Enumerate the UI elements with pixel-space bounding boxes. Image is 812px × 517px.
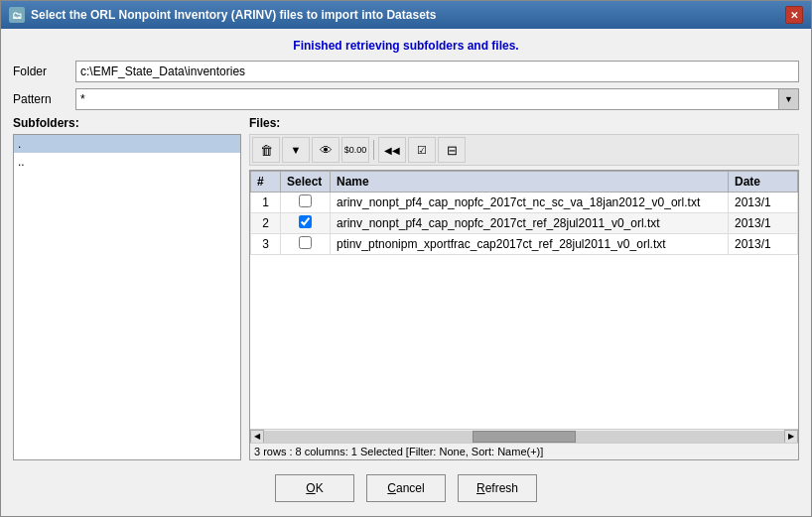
scroll-left-button[interactable]: ◀: [250, 430, 264, 444]
pattern-row: Pattern ▼: [13, 88, 799, 110]
value-button[interactable]: $0.00: [341, 137, 369, 163]
subfolders-label: Subfolders:: [13, 116, 241, 130]
folder-label: Folder: [13, 65, 68, 78]
folder-row: Folder: [13, 61, 799, 82]
refresh-label: Refresh: [476, 481, 518, 495]
files-status: 3 rows : 8 columns: 1 Selected [Filter: …: [250, 443, 798, 459]
cell-num: 2: [251, 213, 281, 234]
col-header-select[interactable]: Select: [281, 172, 331, 193]
window-title: Select the ORL Nonpoint Inventory (ARINV…: [31, 8, 436, 22]
select-checkbox[interactable]: [299, 194, 312, 207]
col-header-date[interactable]: Date: [729, 172, 798, 193]
cancel-label: Cancel: [387, 481, 424, 495]
table-row[interactable]: 1 arinv_nonpt_pf4_cap_nopfc_2017ct_nc_sc…: [251, 193, 798, 213]
main-area: Subfolders: . .. Files: 🗑 ▼ 👁 $0.00 ◀◀ ☑: [13, 116, 799, 460]
window-icon: 🗂: [9, 7, 25, 23]
toolbar-separator: [373, 140, 374, 160]
pattern-select[interactable]: ▼: [75, 88, 799, 110]
files-toolbar: 🗑 ▼ 👁 $0.00 ◀◀ ☑ ⊟: [249, 134, 799, 166]
table-row[interactable]: 3 ptinv_ptnonipm_xportfrac_cap2017ct_ref…: [251, 234, 798, 255]
titlebar: 🗂 Select the ORL Nonpoint Inventory (ARI…: [1, 1, 811, 29]
scroll-thumb[interactable]: [473, 431, 577, 443]
ok-label: OK: [306, 481, 323, 495]
view-button[interactable]: 👁: [312, 137, 339, 163]
select-checkbox[interactable]: [299, 215, 312, 228]
delete-button[interactable]: 🗑: [252, 137, 280, 163]
split-button[interactable]: ⊟: [438, 137, 466, 163]
content-area: Finished retrieving subfolders and files…: [1, 29, 811, 516]
cell-select[interactable]: [281, 213, 331, 234]
folder-input[interactable]: [75, 61, 799, 82]
cell-select[interactable]: [281, 234, 331, 255]
col-header-name[interactable]: Name: [331, 172, 729, 193]
cell-name: arinv_nonpt_pf4_cap_nopfc_2017ct_nc_sc_v…: [331, 193, 729, 213]
pattern-dropdown-arrow[interactable]: ▼: [778, 89, 798, 109]
list-item[interactable]: .: [14, 135, 240, 153]
cancel-button[interactable]: Cancel: [366, 474, 446, 502]
cell-num: 1: [251, 193, 281, 213]
table-row[interactable]: 2 arinv_nonpt_pf4_cap_nopfc_2017ct_ref_2…: [251, 213, 798, 234]
status-message: Finished retrieving subfolders and files…: [13, 37, 799, 55]
horizontal-scrollbar[interactable]: ◀ ▶: [250, 429, 798, 443]
files-panel: Files: 🗑 ▼ 👁 $0.00 ◀◀ ☑ ⊟: [249, 116, 799, 460]
filter-button[interactable]: ▼: [282, 137, 310, 163]
cell-name: arinv_nonpt_pf4_cap_nopfc_2017ct_ref_28j…: [331, 213, 729, 234]
scroll-track[interactable]: [264, 431, 784, 443]
pattern-input[interactable]: [76, 90, 778, 108]
bottom-buttons: OK Cancel Refresh: [13, 466, 799, 508]
back-button[interactable]: ◀◀: [378, 137, 406, 163]
col-header-num[interactable]: #: [251, 172, 281, 193]
subfolders-panel: Subfolders: . ..: [13, 116, 241, 460]
main-window: 🗂 Select the ORL Nonpoint Inventory (ARI…: [0, 0, 812, 517]
cell-select[interactable]: [281, 193, 331, 213]
list-item[interactable]: ..: [14, 153, 240, 171]
ok-button[interactable]: OK: [275, 474, 354, 502]
cell-date: 2013/1: [729, 213, 798, 234]
select-checkbox[interactable]: [299, 236, 312, 249]
check-button[interactable]: ☑: [408, 137, 436, 163]
cell-date: 2013/1: [729, 193, 798, 213]
subfolders-list[interactable]: . ..: [13, 134, 241, 460]
cell-name: ptinv_ptnonipm_xportfrac_cap2017ct_ref_2…: [331, 234, 729, 255]
files-table-container: # Select Name Date 1: [249, 170, 799, 460]
table-scroll[interactable]: # Select Name Date 1: [250, 171, 798, 429]
scroll-right-button[interactable]: ▶: [784, 430, 798, 444]
cell-date: 2013/1: [729, 234, 798, 255]
files-label: Files:: [249, 116, 799, 130]
cell-num: 3: [251, 234, 281, 255]
table-header-row: # Select Name Date: [251, 172, 798, 193]
close-button[interactable]: ✕: [785, 6, 803, 24]
refresh-button[interactable]: Refresh: [458, 474, 537, 502]
pattern-label: Pattern: [13, 92, 68, 106]
files-table: # Select Name Date 1: [250, 171, 798, 255]
